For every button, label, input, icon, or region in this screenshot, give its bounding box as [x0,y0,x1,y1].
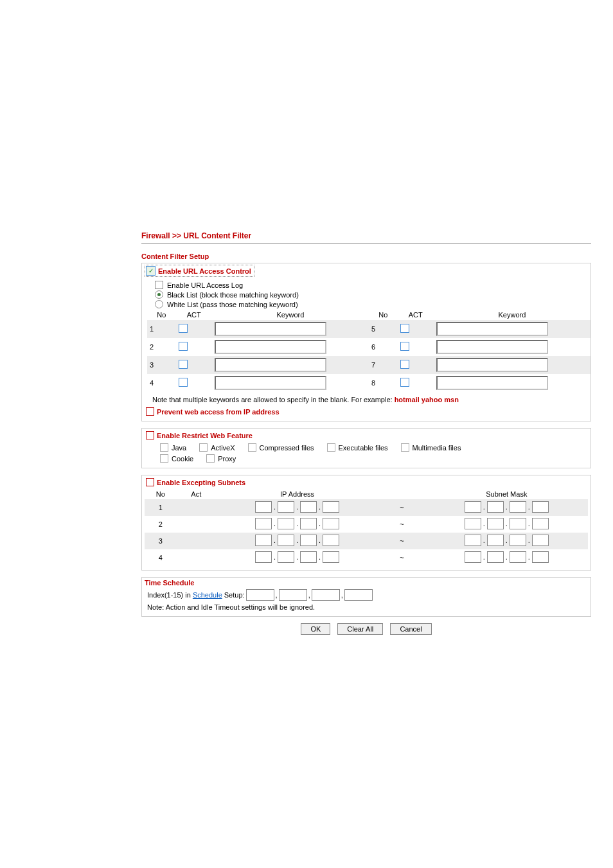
mask-octet[interactable] [465,551,481,563]
mask-octet[interactable] [487,518,504,529]
ip-octet[interactable] [255,501,272,513]
setup-heading: Content Filter Setup [141,252,591,260]
restrict-java[interactable]: Java [160,443,186,452]
blacklist-row[interactable]: Black List (block those matching keyword… [155,290,588,299]
mask-octet[interactable] [510,501,526,513]
schedule-link[interactable]: Schedule [193,591,222,599]
ip-octet[interactable] [323,535,339,546]
th-no2: No [369,310,398,320]
mask-octet[interactable] [465,501,481,513]
divider [141,243,591,244]
ip-octet[interactable] [278,518,294,529]
enable-restrict-web[interactable]: Enable Restrict Web Feature [146,431,253,439]
ip-octets: ... [255,551,339,563]
ip-octet[interactable] [300,518,317,529]
schedule-input-2[interactable] [279,589,307,601]
mask-octet[interactable] [532,551,549,563]
ip-octet[interactable] [323,518,339,529]
enable-url-log-row[interactable]: Enable URL Access Log [155,281,588,289]
mask-octet[interactable] [487,535,504,546]
enable-restrict-label: Enable Restrict Web Feature [157,432,253,439]
restrict-compressed[interactable]: Compressed files [248,443,314,452]
restrict-label: Multimedia files [413,444,461,452]
keyword-input[interactable] [436,322,548,336]
ip-octet[interactable] [255,535,272,546]
mask-octet[interactable] [487,551,504,563]
keyword-input[interactable] [215,340,326,354]
enable-url-access-label: Enable URL Access Control [158,267,251,275]
mask-octet[interactable] [510,535,526,546]
keyword-input[interactable] [215,376,326,390]
ip-octet[interactable] [278,551,294,563]
cancel-button[interactable]: Cancel [390,623,431,635]
keyword-input[interactable] [436,340,548,354]
schedule-input-4[interactable] [344,589,373,601]
button-row: OK Clear All Cancel [141,623,591,635]
clear-button[interactable]: Clear All [337,623,383,635]
th-kw: Keyword [212,310,369,320]
mask-octet[interactable] [510,551,526,563]
restrict-label: ActiveX [211,444,235,452]
keyword-input[interactable] [215,322,326,336]
tilde: ~ [378,533,425,549]
mask-octet[interactable] [465,535,481,546]
schedule-input-3[interactable] [312,589,340,601]
subnet-row: 3 ... ~ ... [145,533,588,549]
kw-act-checkbox[interactable] [400,342,409,351]
ip-octet[interactable] [323,501,339,513]
kw-act-checkbox[interactable] [179,360,188,369]
kw-act-checkbox[interactable] [400,324,409,333]
subnet-no: 4 [145,549,177,566]
restrict-proxy[interactable]: Proxy [206,454,236,463]
restrict-multimedia[interactable]: Multimedia files [401,443,461,452]
mask-octet[interactable] [532,518,549,529]
ok-button[interactable]: OK [301,623,330,635]
kw-act-checkbox[interactable] [179,378,188,387]
kw-act-checkbox[interactable] [179,324,188,333]
ip-octet[interactable] [300,551,317,563]
ip-octet[interactable] [300,535,317,546]
ip-octet[interactable] [278,535,294,546]
tilde: ~ [378,516,425,533]
restrict-executable[interactable]: Executable files [327,443,388,452]
restrict-cookie[interactable]: Cookie [160,454,193,463]
th-act: ACT [176,310,212,320]
time-schedule-panel: Time Schedule Index(1-15) in Schedule Se… [141,577,591,617]
blacklist-label: Black List (block those matching keyword… [167,291,299,299]
restrict-label: Cookie [172,455,193,463]
ip-octet[interactable] [300,501,317,513]
checkbox-icon [206,454,215,463]
restrict-activex[interactable]: ActiveX [199,443,235,452]
restrict-row1: Java ActiveX Compressed files Executable… [160,443,588,452]
mask-octet[interactable] [532,501,549,513]
mask-octet[interactable] [487,501,504,513]
enable-excepting-subnets[interactable]: Enable Excepting Subnets [146,478,245,486]
kw-row: 3 7 [147,356,591,374]
mask-octet[interactable] [465,518,481,529]
subnet-row: 1 ... ~ ... [145,499,588,516]
restrict-label: Java [172,444,186,452]
keyword-note: Note that multiple keywords are allowed … [152,396,588,403]
keyword-input[interactable] [436,358,548,372]
enable-url-access-control[interactable]: ✓ Enable URL Access Control [145,265,254,277]
subnet-row: 4 ... ~ ... [145,549,588,566]
prevent-ip-access[interactable]: Prevent web access from IP address [146,407,280,416]
restrict-web-panel: Enable Restrict Web Feature Java ActiveX… [141,428,591,468]
ip-octet[interactable] [278,501,294,513]
whitelist-row[interactable]: White List (pass those matching keyword) [155,300,588,308]
kw-no: 1 [147,320,176,338]
keyword-input[interactable] [436,376,548,390]
kw-act-checkbox[interactable] [400,360,409,369]
ip-octet[interactable] [323,551,339,563]
keyword-input[interactable] [215,358,326,372]
ip-octet[interactable] [255,551,272,563]
kw-no: 7 [369,356,398,374]
schedule-input-1[interactable] [246,589,274,601]
content-filter-page: Firewall >> URL Content Filter Content F… [141,231,591,635]
subnet-table: No Act IP Address Subnet Mask 1 ... ~ ..… [145,489,588,566]
mask-octet[interactable] [532,535,549,546]
ip-octet[interactable] [255,518,272,529]
kw-act-checkbox[interactable] [400,378,409,387]
mask-octet[interactable] [510,518,526,529]
kw-act-checkbox[interactable] [179,342,188,351]
